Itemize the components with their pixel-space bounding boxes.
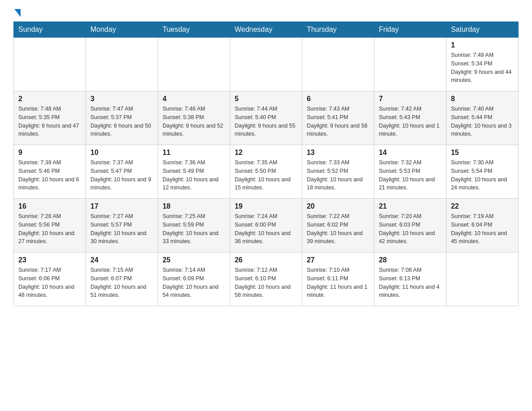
calendar-week-row: 1Sunrise: 7:49 AM Sunset: 5:34 PM Daylig… <box>14 38 519 91</box>
day-number: 9 <box>18 149 81 157</box>
day-info: Sunrise: 7:22 AM Sunset: 6:02 PM Dayligh… <box>307 212 369 246</box>
day-number: 12 <box>235 149 297 157</box>
day-of-week-header: Tuesday <box>158 22 230 38</box>
day-info: Sunrise: 7:08 AM Sunset: 6:13 PM Dayligh… <box>379 266 442 300</box>
calendar-cell: 15Sunrise: 7:30 AM Sunset: 5:54 PM Dayli… <box>446 145 518 199</box>
day-number: 14 <box>379 149 442 157</box>
day-info: Sunrise: 7:46 AM Sunset: 5:38 PM Dayligh… <box>163 105 225 138</box>
day-number: 1 <box>451 41 514 49</box>
day-number: 2 <box>18 95 81 103</box>
day-info: Sunrise: 7:17 AM Sunset: 6:06 PM Dayligh… <box>18 266 81 300</box>
day-info: Sunrise: 7:24 AM Sunset: 6:00 PM Dayligh… <box>235 212 297 246</box>
calendar-cell: 27Sunrise: 7:10 AM Sunset: 6:11 PM Dayli… <box>302 253 374 306</box>
day-number: 16 <box>18 202 81 210</box>
day-info: Sunrise: 7:39 AM Sunset: 5:46 PM Dayligh… <box>18 158 81 192</box>
calendar-cell: 19Sunrise: 7:24 AM Sunset: 6:00 PM Dayli… <box>230 199 302 253</box>
day-number: 4 <box>163 95 225 103</box>
day-number: 19 <box>235 202 297 210</box>
calendar-cell: 5Sunrise: 7:44 AM Sunset: 5:40 PM Daylig… <box>230 91 302 145</box>
day-number: 25 <box>163 256 225 264</box>
day-info: Sunrise: 7:14 AM Sunset: 6:09 PM Dayligh… <box>163 266 225 300</box>
day-number: 11 <box>163 149 225 157</box>
day-number: 6 <box>307 95 369 103</box>
day-info: Sunrise: 7:25 AM Sunset: 5:59 PM Dayligh… <box>163 212 225 246</box>
day-info: Sunrise: 7:32 AM Sunset: 5:53 PM Dayligh… <box>379 158 442 192</box>
calendar-cell <box>158 38 230 91</box>
calendar-cell: 1Sunrise: 7:49 AM Sunset: 5:34 PM Daylig… <box>446 38 518 91</box>
day-info: Sunrise: 7:15 AM Sunset: 6:07 PM Dayligh… <box>90 266 153 300</box>
day-number: 23 <box>18 256 81 264</box>
calendar-cell: 8Sunrise: 7:40 AM Sunset: 5:44 PM Daylig… <box>446 91 518 145</box>
calendar-cell <box>230 38 302 91</box>
day-of-week-header: Monday <box>86 22 158 38</box>
day-info: Sunrise: 7:12 AM Sunset: 6:10 PM Dayligh… <box>235 266 297 300</box>
calendar-cell: 25Sunrise: 7:14 AM Sunset: 6:09 PM Dayli… <box>158 253 230 306</box>
day-number: 17 <box>90 202 153 210</box>
calendar-cell: 3Sunrise: 7:47 AM Sunset: 5:37 PM Daylig… <box>86 91 158 145</box>
day-number: 28 <box>379 256 442 264</box>
day-number: 20 <box>307 202 369 210</box>
calendar-cell <box>302 38 374 91</box>
calendar-cell: 23Sunrise: 7:17 AM Sunset: 6:06 PM Dayli… <box>14 253 86 306</box>
calendar-cell <box>86 38 158 91</box>
page-header <box>13 9 519 17</box>
day-info: Sunrise: 7:37 AM Sunset: 5:47 PM Dayligh… <box>90 158 153 192</box>
logo <box>13 9 21 17</box>
day-info: Sunrise: 7:40 AM Sunset: 5:44 PM Dayligh… <box>451 105 514 138</box>
day-number: 22 <box>451 202 514 210</box>
day-number: 10 <box>90 149 153 157</box>
calendar-header-row: SundayMondayTuesdayWednesdayThursdayFrid… <box>14 22 519 38</box>
day-info: Sunrise: 7:30 AM Sunset: 5:54 PM Dayligh… <box>451 158 514 192</box>
calendar-cell: 10Sunrise: 7:37 AM Sunset: 5:47 PM Dayli… <box>86 145 158 199</box>
day-info: Sunrise: 7:35 AM Sunset: 5:50 PM Dayligh… <box>235 158 297 192</box>
calendar-cell: 11Sunrise: 7:36 AM Sunset: 5:49 PM Dayli… <box>158 145 230 199</box>
calendar-cell: 24Sunrise: 7:15 AM Sunset: 6:07 PM Dayli… <box>86 253 158 306</box>
day-number: 13 <box>307 149 369 157</box>
calendar-cell: 22Sunrise: 7:19 AM Sunset: 6:04 PM Dayli… <box>446 199 518 253</box>
day-number: 27 <box>307 256 369 264</box>
calendar-cell: 26Sunrise: 7:12 AM Sunset: 6:10 PM Dayli… <box>230 253 302 306</box>
day-info: Sunrise: 7:48 AM Sunset: 5:35 PM Dayligh… <box>18 105 81 138</box>
day-of-week-header: Friday <box>374 22 446 38</box>
day-info: Sunrise: 7:10 AM Sunset: 6:11 PM Dayligh… <box>307 266 369 300</box>
calendar-cell: 20Sunrise: 7:22 AM Sunset: 6:02 PM Dayli… <box>302 199 374 253</box>
day-info: Sunrise: 7:20 AM Sunset: 6:03 PM Dayligh… <box>379 212 442 246</box>
day-info: Sunrise: 7:27 AM Sunset: 5:57 PM Dayligh… <box>90 212 153 246</box>
calendar-week-row: 23Sunrise: 7:17 AM Sunset: 6:06 PM Dayli… <box>14 253 519 306</box>
calendar-cell: 28Sunrise: 7:08 AM Sunset: 6:13 PM Dayli… <box>374 253 446 306</box>
day-of-week-header: Thursday <box>302 22 374 38</box>
calendar-cell: 18Sunrise: 7:25 AM Sunset: 5:59 PM Dayli… <box>158 199 230 253</box>
day-info: Sunrise: 7:43 AM Sunset: 5:41 PM Dayligh… <box>307 105 369 138</box>
calendar-cell: 7Sunrise: 7:42 AM Sunset: 5:43 PM Daylig… <box>374 91 446 145</box>
day-info: Sunrise: 7:36 AM Sunset: 5:49 PM Dayligh… <box>163 158 225 192</box>
day-info: Sunrise: 7:47 AM Sunset: 5:37 PM Dayligh… <box>90 105 153 138</box>
day-number: 18 <box>163 202 225 210</box>
day-number: 15 <box>451 149 514 157</box>
calendar-cell: 21Sunrise: 7:20 AM Sunset: 6:03 PM Dayli… <box>374 199 446 253</box>
day-of-week-header: Sunday <box>14 22 86 38</box>
day-number: 24 <box>90 256 153 264</box>
calendar-cell: 17Sunrise: 7:27 AM Sunset: 5:57 PM Dayli… <box>86 199 158 253</box>
calendar-week-row: 9Sunrise: 7:39 AM Sunset: 5:46 PM Daylig… <box>14 145 519 199</box>
calendar-cell: 9Sunrise: 7:39 AM Sunset: 5:46 PM Daylig… <box>14 145 86 199</box>
calendar-cell: 13Sunrise: 7:33 AM Sunset: 5:52 PM Dayli… <box>302 145 374 199</box>
calendar-cell: 14Sunrise: 7:32 AM Sunset: 5:53 PM Dayli… <box>374 145 446 199</box>
day-info: Sunrise: 7:42 AM Sunset: 5:43 PM Dayligh… <box>379 105 442 138</box>
calendar-cell <box>446 253 518 306</box>
calendar-cell: 4Sunrise: 7:46 AM Sunset: 5:38 PM Daylig… <box>158 91 230 145</box>
calendar-cell <box>374 38 446 91</box>
calendar-cell: 12Sunrise: 7:35 AM Sunset: 5:50 PM Dayli… <box>230 145 302 199</box>
day-number: 5 <box>235 95 297 103</box>
calendar-week-row: 16Sunrise: 7:28 AM Sunset: 5:56 PM Dayli… <box>14 199 519 253</box>
day-of-week-header: Saturday <box>446 22 518 38</box>
day-number: 3 <box>90 95 153 103</box>
calendar-cell: 2Sunrise: 7:48 AM Sunset: 5:35 PM Daylig… <box>14 91 86 145</box>
day-number: 21 <box>379 202 442 210</box>
calendar-cell: 16Sunrise: 7:28 AM Sunset: 5:56 PM Dayli… <box>14 199 86 253</box>
calendar-table: SundayMondayTuesdayWednesdayThursdayFrid… <box>13 21 519 306</box>
day-info: Sunrise: 7:19 AM Sunset: 6:04 PM Dayligh… <box>451 212 514 246</box>
calendar-cell <box>14 38 86 91</box>
day-info: Sunrise: 7:28 AM Sunset: 5:56 PM Dayligh… <box>18 212 81 246</box>
day-info: Sunrise: 7:49 AM Sunset: 5:34 PM Dayligh… <box>451 51 514 85</box>
day-number: 26 <box>235 256 297 264</box>
